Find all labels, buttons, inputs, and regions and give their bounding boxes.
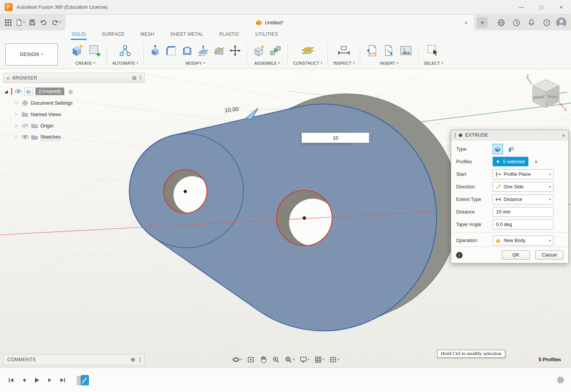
eye-off-icon[interactable]: [22, 123, 29, 128]
tree-item-document-settings[interactable]: ▷ Document Settings: [4, 97, 145, 108]
canvas-button[interactable]: [399, 44, 413, 57]
go-to-start-button[interactable]: [6, 375, 16, 385]
view-cube[interactable]: FRONT RIGHT Z X: [524, 74, 569, 114]
tree-item-named-views[interactable]: ▷ Named Views: [4, 108, 145, 120]
tree-item-sketches[interactable]: ▷ Sketches: [4, 131, 145, 143]
minimize-panel-icon[interactable]: ⊖: [132, 75, 137, 81]
ribbon-tab-utilities[interactable]: UTILITIES: [254, 32, 279, 40]
fillet-button[interactable]: [165, 45, 177, 57]
new-tab-button[interactable]: +: [477, 17, 488, 28]
go-to-end-button[interactable]: [58, 375, 68, 385]
profiles-clear-button[interactable]: ×: [534, 158, 538, 165]
browser-header[interactable]: « BROWSER ⊖: [3, 73, 145, 83]
zoom-window-button[interactable]: ▾: [283, 355, 296, 365]
comments-bar[interactable]: COMMENTS ⊕: [3, 354, 145, 365]
expand-icon[interactable]: ▷: [14, 101, 19, 105]
extent-type-dropdown[interactable]: Distance ▾: [493, 194, 554, 204]
joint-button[interactable]: [269, 44, 282, 57]
construct-group-label[interactable]: CONSTRUCT▾: [293, 60, 322, 68]
cancel-button[interactable]: Cancel: [535, 250, 563, 260]
display-settings-button[interactable]: ▾: [298, 355, 310, 365]
new-file-button[interactable]: ▾: [14, 17, 26, 28]
document-tab[interactable]: Untitled* ×: [65, 15, 474, 30]
automate-group-label[interactable]: AUTOMATE▾: [112, 60, 138, 68]
step-forward-button[interactable]: [45, 375, 55, 385]
modify-group-label[interactable]: MODIFY▾: [186, 60, 205, 68]
dialog-drag-grip[interactable]: [455, 132, 456, 138]
ok-button[interactable]: OK: [502, 250, 530, 260]
inspect-group-label[interactable]: INSPECT▾: [333, 60, 355, 68]
job-status-button[interactable]: [511, 17, 522, 28]
construct-plane-button[interactable]: [301, 44, 315, 57]
expand-icon[interactable]: ▷: [14, 112, 19, 116]
panel-drag-grip[interactable]: [140, 75, 141, 81]
insert-group-label[interactable]: INSERT▾: [380, 60, 398, 68]
document-name[interactable]: (Unsaved): [35, 88, 64, 95]
shell-button[interactable]: [181, 45, 193, 57]
ribbon-tab-plastic[interactable]: PLASTIC: [218, 32, 240, 40]
eye-icon[interactable]: [15, 89, 22, 94]
select-button[interactable]: [426, 44, 440, 57]
profiles-selected-chip[interactable]: 5 selected: [493, 157, 528, 166]
type-thin-extrude-option[interactable]: [506, 144, 516, 154]
look-at-button[interactable]: [246, 355, 256, 365]
collapse-panel-icon[interactable]: «: [6, 75, 10, 81]
create-sketch-button[interactable]: [88, 44, 101, 57]
notifications-button[interactable]: [526, 17, 537, 28]
press-pull-button[interactable]: [149, 45, 161, 57]
select-group-label[interactable]: SELECT▾: [424, 60, 443, 68]
dimension-input[interactable]: [302, 133, 369, 143]
dialog-expand-button[interactable]: »: [562, 132, 565, 138]
panel-drag-grip[interactable]: [139, 357, 140, 363]
eye-icon[interactable]: [22, 135, 29, 139]
create-group-label[interactable]: CREATE▾: [75, 60, 95, 68]
dimension-menu-button[interactable]: ⋮: [369, 135, 374, 141]
tree-item-root[interactable]: ◢ (Unsaved) ◎: [4, 86, 145, 97]
profile-avatar[interactable]: [556, 18, 566, 28]
step-back-button[interactable]: [19, 375, 29, 385]
add-comment-icon[interactable]: ⊕: [130, 356, 135, 363]
close-button[interactable]: ×: [551, 0, 571, 14]
ribbon-tab-sheet-metal[interactable]: SHEET METAL: [170, 32, 204, 40]
operation-dropdown[interactable]: New Body ▾: [493, 236, 554, 245]
info-icon[interactable]: i: [456, 252, 463, 258]
isolate-target-icon[interactable]: ◎: [68, 89, 73, 94]
timeline-settings-button[interactable]: [556, 376, 565, 384]
viewports-button[interactable]: ▾: [328, 355, 340, 365]
expand-icon[interactable]: ▷: [14, 135, 19, 139]
ribbon-tab-solid[interactable]: SOLID: [71, 32, 87, 40]
insert-derive-button[interactable]: [382, 44, 395, 57]
play-button[interactable]: [32, 375, 42, 385]
orbit-button[interactable]: ▾: [231, 355, 243, 365]
ribbon-tab-surface[interactable]: SURFACE: [101, 32, 125, 40]
pan-button[interactable]: [258, 355, 268, 365]
save-button[interactable]: [27, 17, 37, 28]
online-status-button[interactable]: [495, 17, 507, 28]
tab-close-button[interactable]: ×: [462, 19, 470, 27]
split-body-button[interactable]: [213, 45, 225, 57]
offset-face-button[interactable]: [197, 45, 209, 57]
minimize-button[interactable]: —: [512, 0, 531, 14]
design-workspace-dropdown[interactable]: DESIGN ▾: [5, 43, 58, 65]
undo-button[interactable]: [38, 17, 49, 28]
zoom-button[interactable]: [271, 355, 281, 365]
maximize-button[interactable]: □: [531, 0, 551, 14]
start-dropdown[interactable]: Profile Plane ▾: [493, 169, 554, 179]
automate-button[interactable]: [118, 44, 132, 57]
timeline-sketch-marker[interactable]: [77, 374, 92, 387]
measure-button[interactable]: [337, 44, 351, 57]
direction-dropdown[interactable]: One Side ▾: [493, 182, 554, 192]
insert-svg-button[interactable]: SVG: [366, 44, 379, 57]
extrude-dialog-header[interactable]: EXTRUDE »: [451, 130, 568, 140]
new-component-button[interactable]: [252, 44, 265, 57]
create-form-button[interactable]: [69, 43, 84, 58]
move-copy-button[interactable]: [229, 45, 241, 57]
grid-settings-button[interactable]: ▾: [313, 355, 325, 365]
apps-grid-button[interactable]: [3, 17, 13, 28]
help-button[interactable]: ?: [541, 17, 552, 28]
tree-item-origin[interactable]: ▷ Origin: [4, 120, 145, 131]
root-expand-icon[interactable]: ◢: [4, 89, 8, 94]
ribbon-tab-mesh[interactable]: MESH: [140, 32, 155, 40]
expand-icon[interactable]: ▷: [14, 124, 19, 127]
distance-input[interactable]: [493, 207, 554, 217]
